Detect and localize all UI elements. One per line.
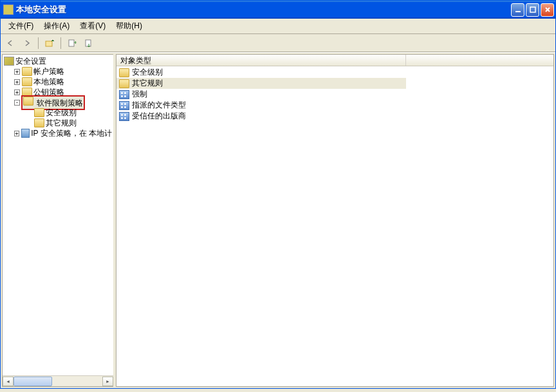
tree-item-account-policy[interactable]: + 帐户策略 xyxy=(3,66,113,77)
scroll-left-button[interactable] xyxy=(3,377,14,386)
list-item[interactable]: 强制 xyxy=(116,89,553,100)
window-title: 本地安全设置 xyxy=(16,4,511,15)
svg-rect-4 xyxy=(86,40,91,46)
tree-label: 安全级别 xyxy=(46,107,77,118)
list-item[interactable]: 指派的文件类型 xyxy=(116,100,553,111)
maximize-button[interactable] xyxy=(526,3,539,17)
folder-icon xyxy=(34,118,44,127)
expand-icon[interactable]: + xyxy=(14,69,20,75)
menu-help[interactable]: 帮助(H) xyxy=(111,19,147,33)
folder-icon xyxy=(22,77,32,86)
tree-item-ip-security[interactable]: + IP 安全策略，在 本地计 xyxy=(3,128,113,138)
expand-icon[interactable]: + xyxy=(14,131,19,136)
list-header-col-type[interactable]: 对象类型 xyxy=(116,55,406,66)
tree-item-other-rules[interactable]: 其它规则 xyxy=(3,118,113,128)
list-label: 指派的文件类型 xyxy=(131,100,187,111)
toolbar-refresh-button[interactable] xyxy=(65,36,79,50)
svg-rect-2 xyxy=(46,41,52,46)
collapse-icon[interactable]: - xyxy=(14,100,20,106)
folder-icon xyxy=(34,108,44,117)
close-button[interactable] xyxy=(541,3,554,17)
computer-icon xyxy=(21,129,30,138)
horizontal-scrollbar[interactable] xyxy=(3,375,113,386)
titlebar[interactable]: 本地安全设置 xyxy=(1,1,555,19)
list-label: 受信任的出版商 xyxy=(131,111,187,122)
scroll-track[interactable] xyxy=(14,377,102,386)
list-view[interactable]: 安全级别 其它规则 强制 指派的文件类型 受信任的出版商 xyxy=(116,66,553,386)
scroll-thumb[interactable] xyxy=(14,377,52,386)
menu-view[interactable]: 查看(V) xyxy=(75,19,111,33)
scroll-right-button[interactable] xyxy=(102,377,113,386)
minimize-button[interactable] xyxy=(511,3,524,17)
svg-rect-0 xyxy=(515,11,521,12)
toolbar-up-button[interactable] xyxy=(42,36,57,50)
toolbar-back-button[interactable] xyxy=(3,36,17,50)
expand-icon[interactable]: + xyxy=(14,89,20,95)
folder-icon xyxy=(119,79,129,88)
menu-file[interactable]: 文件(F) xyxy=(3,19,39,33)
menu-action[interactable]: 操作(A) xyxy=(39,19,75,33)
list-item[interactable]: 受信任的出版商 xyxy=(116,111,553,122)
tree-root[interactable]: 安全设置 xyxy=(3,56,113,66)
list-panel: 对象类型 安全级别 其它规则 强制 指派的文件类型 xyxy=(116,54,554,387)
app-icon xyxy=(3,5,14,15)
expand-icon[interactable]: + xyxy=(14,79,20,85)
toolbar xyxy=(1,34,555,52)
properties-icon xyxy=(119,101,129,110)
list-item[interactable]: 安全级别 xyxy=(116,67,553,78)
tree-label: 其它规则 xyxy=(46,118,77,129)
menubar: 文件(F) 操作(A) 查看(V) 帮助(H) xyxy=(1,19,555,34)
list-label: 安全级别 xyxy=(131,67,163,78)
tree-item-local-policy[interactable]: + 本地策略 xyxy=(3,77,113,87)
toolbar-export-button[interactable] xyxy=(82,36,96,50)
list-label: 其它规则 xyxy=(131,78,163,89)
tree-view[interactable]: 安全设置 + 帐户策略 + 本地策略 + 公钥策略 xyxy=(3,55,113,375)
tree-root-label: 安全设置 xyxy=(15,56,46,67)
tree-item-software-restriction[interactable]: - 软件限制策略 xyxy=(3,97,113,107)
toolbar-separator xyxy=(38,37,39,49)
tree-panel: 安全设置 + 帐户策略 + 本地策略 + 公钥策略 xyxy=(2,54,113,387)
tree-label: 本地策略 xyxy=(33,77,64,88)
folder-icon xyxy=(119,68,129,77)
svg-rect-3 xyxy=(69,40,74,46)
folder-open-icon xyxy=(23,97,33,106)
list-item[interactable]: 其它规则 xyxy=(116,78,406,89)
properties-icon xyxy=(119,90,129,99)
svg-rect-1 xyxy=(530,7,535,12)
tree-label: IP 安全策略，在 本地计 xyxy=(31,128,112,139)
tree-label: 帐户策略 xyxy=(33,66,64,77)
toolbar-forward-button[interactable] xyxy=(20,36,34,50)
tree-item-security-level[interactable]: 安全级别 xyxy=(3,107,113,118)
properties-icon xyxy=(119,112,129,121)
tree-label: 软件限制策略 xyxy=(37,98,83,107)
list-header: 对象类型 xyxy=(116,55,553,66)
list-label: 强制 xyxy=(131,89,148,100)
folder-icon xyxy=(22,67,32,76)
security-icon xyxy=(4,57,14,66)
toolbar-separator xyxy=(60,37,61,49)
